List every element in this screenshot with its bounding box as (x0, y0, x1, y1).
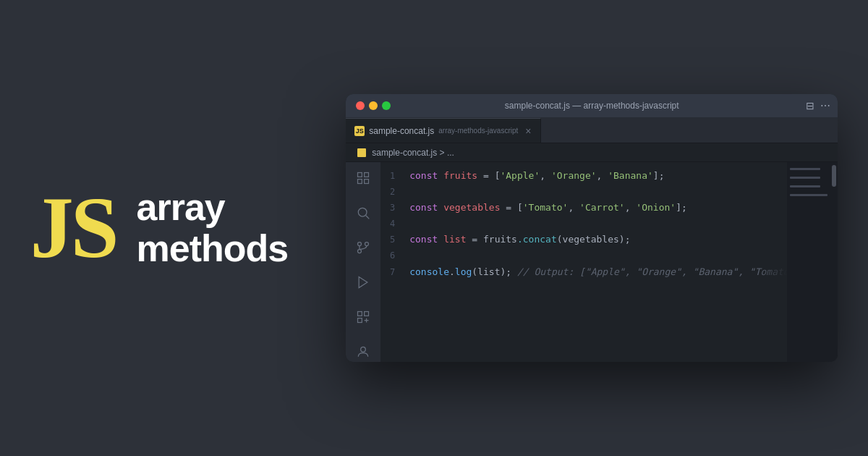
account-icon[interactable] (353, 342, 373, 362)
title-bar: sample-concat.js — array-methods-javascr… (346, 94, 838, 117)
source-control-icon[interactable] (353, 237, 373, 258)
tab-bar: JS sample-concat.js array-methods-javasc… (346, 117, 838, 143)
svg-point-7 (365, 242, 369, 246)
code-line-3: 3 const vegetables = ['Tomato', 'Carrot'… (380, 200, 787, 216)
tab-file-icon: JS (354, 126, 365, 136)
explorer-icon[interactable] (353, 168, 373, 188)
more-actions-icon[interactable]: ⋯ (820, 100, 830, 111)
code-line-1: 1 const fruits = ['Apple', 'Orange', 'Ba… (380, 168, 787, 184)
svg-point-6 (358, 242, 362, 246)
svg-rect-11 (358, 312, 362, 316)
main-container: JS array methods sample-concat.js — arra… (0, 0, 868, 456)
title-text: array methods (137, 187, 289, 269)
breadcrumb-bar: sample-concat.js > ... (346, 143, 838, 162)
svg-point-4 (359, 208, 367, 216)
run-debug-icon[interactable] (353, 272, 373, 292)
svg-marker-10 (359, 277, 367, 288)
svg-rect-13 (358, 318, 362, 323)
editor-area: 1 const fruits = ['Apple', 'Orange', 'Ba… (346, 162, 838, 362)
scrollbar-thumb[interactable] (832, 165, 836, 187)
code-line-7: 7 console.log(list); // Output: ["Apple"… (380, 264, 787, 280)
code-line-2: 2 (380, 184, 787, 200)
title-line2: methods (137, 228, 289, 269)
minimap (787, 162, 830, 362)
code-line-5: 5 const list = fruits.concat(vegetables)… (380, 232, 787, 248)
svg-point-8 (358, 250, 362, 253)
tab-filename: sample-concat.js (369, 126, 434, 136)
svg-rect-1 (365, 173, 369, 177)
traffic-lights (346, 101, 391, 110)
breadcrumb-file-icon (357, 148, 366, 157)
svg-rect-0 (358, 173, 362, 177)
traffic-light-green[interactable] (382, 101, 391, 110)
traffic-light-red[interactable] (356, 101, 365, 110)
extensions-icon[interactable] (353, 307, 373, 327)
scrollbar-track[interactable] (830, 162, 838, 362)
svg-point-14 (361, 347, 366, 352)
branding-section: JS array methods (30, 185, 288, 271)
breadcrumb: sample-concat.js > ... (372, 148, 454, 158)
window-title: sample-concat.js — array-methods-javascr… (505, 101, 679, 111)
activity-bar (346, 162, 380, 362)
js-logo: JS (30, 185, 116, 271)
vscode-window: sample-concat.js — array-methods-javascr… (346, 94, 838, 362)
code-editor: 1 const fruits = ['Apple', 'Orange', 'Ba… (380, 162, 787, 362)
search-icon[interactable] (353, 203, 373, 223)
code-line-4: 4 (380, 216, 787, 232)
title-bar-actions: ⊟ ⋯ (806, 100, 830, 111)
split-editor-icon[interactable]: ⊟ (806, 100, 814, 111)
tab-badge: array-methods-javascript (438, 127, 518, 135)
title-line1: array (137, 187, 289, 228)
tab-close-button[interactable]: × (525, 125, 531, 137)
svg-rect-3 (365, 180, 369, 184)
editor-tab[interactable]: JS sample-concat.js array-methods-javasc… (346, 118, 540, 143)
svg-rect-2 (358, 180, 362, 184)
svg-line-5 (366, 216, 370, 219)
traffic-light-yellow[interactable] (369, 101, 378, 110)
svg-rect-12 (365, 312, 369, 316)
code-line-6: 6 (380, 248, 787, 263)
